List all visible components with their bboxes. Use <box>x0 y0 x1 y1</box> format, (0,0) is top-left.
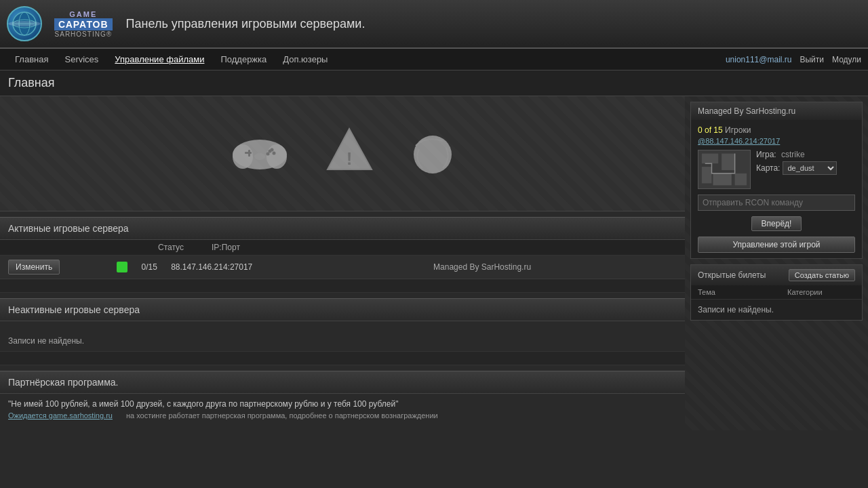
inactive-servers-section: Неактивные игровые сервера Записи не най… <box>0 298 685 365</box>
warning-helmet-icon: ! <box>324 125 375 182</box>
map-label: Карта: <box>756 163 780 173</box>
tickets-columns: Тема Категории <box>691 285 862 300</box>
logo-globe <box>7 6 42 41</box>
partner-link[interactable]: Ожидается game.sarhosting.ru <box>8 411 113 420</box>
page-title: Главная <box>8 76 860 90</box>
map-row: Карта: de_dust de_dust2 cs_assault de_in… <box>756 161 837 175</box>
svg-point-12 <box>270 148 273 151</box>
player-count: 0/15 <box>136 262 163 272</box>
partner-section: Партнёрская программа. "Не имей 100 рубл… <box>0 371 685 425</box>
svg-rect-8 <box>245 152 252 154</box>
svg-point-13 <box>254 153 265 160</box>
logo-game-label: GAME <box>69 10 97 18</box>
game-info: Игра: cstrike Карта: de_dust de_dust2 cs… <box>756 150 837 175</box>
sidebar: Managed By SarHosting.ru 0 of 15 Игроки … <box>685 96 868 430</box>
tickets-heading: Открытые билеты <box>698 270 766 280</box>
svg-point-16 <box>414 136 452 174</box>
players-count: 0 of 15 <box>698 125 723 135</box>
partner-desc: на хостинге работает партнерская програм… <box>126 411 677 420</box>
logo-city-label: САРАТОВ <box>54 18 113 30</box>
rcon-input[interactable] <box>698 195 855 211</box>
game-value: cstrike <box>781 150 805 159</box>
active-servers-heading: Активные игровые сервера <box>0 217 685 240</box>
nav-item-support[interactable]: Поддержка <box>212 50 275 68</box>
nav-right: union111@mail.ru Выйти Модули <box>726 55 861 64</box>
inactive-spacer-top <box>0 321 685 331</box>
gamepad-icon <box>229 131 290 177</box>
status-indicator <box>117 262 127 272</box>
nav-item-services[interactable]: Services <box>56 50 106 68</box>
tickets-card: Открытые билеты Создать статью Тема Кате… <box>690 264 863 321</box>
svg-rect-20 <box>702 167 712 183</box>
partner-quote: "Не имей 100 рублей, а имей 100 друзей, … <box>8 399 677 409</box>
nav-user-email[interactable]: union111@mail.ru <box>726 55 792 64</box>
nav-item-home[interactable]: Главная <box>7 50 56 68</box>
nav-modules[interactable]: Модули <box>832 55 861 64</box>
manage-game-button[interactable]: Управление этой игрой <box>698 237 855 253</box>
svg-text:!: ! <box>346 148 352 169</box>
svg-point-6 <box>267 144 287 169</box>
partner-body: "Не имей 100 рублей, а имей 100 друзей, … <box>0 394 685 425</box>
header-title: Панель управления игровыми серверами. <box>126 17 366 31</box>
create-ticket-button[interactable]: Создать статью <box>789 269 855 281</box>
main-content: ! Активные игровые сервера Статус IP:Пор… <box>0 96 685 430</box>
banner: ! <box>0 96 685 211</box>
inactive-spacer <box>0 352 685 365</box>
active-servers-columns: Статус IP:Порт <box>0 240 685 256</box>
partner-heading: Партнёрская программа. <box>0 371 685 394</box>
map-select[interactable]: de_dust de_dust2 cs_assault de_inferno <box>783 161 837 175</box>
col-ip-label: IP:Порт <box>212 243 334 252</box>
players-suffix: Игроки <box>725 125 751 135</box>
inactive-servers-heading: Неактивные игровые сервера <box>0 298 685 321</box>
inactive-empty: Записи не найдены. <box>0 331 685 352</box>
server-sidebar-card: Managed By SarHosting.ru 0 of 15 Игроки … <box>690 102 863 259</box>
players-display: 0 of 15 Игроки <box>698 125 855 135</box>
ball-icon <box>409 129 456 178</box>
logo-area <box>7 6 42 41</box>
main-layout: ! Активные игровые сервера Статус IP:Пор… <box>0 96 868 430</box>
logo-hosting-label: SARHOSTING® <box>55 30 113 38</box>
col-spacer <box>8 243 130 252</box>
svg-point-10 <box>272 151 275 155</box>
col-status-label: Статус <box>130 243 212 252</box>
svg-rect-18 <box>702 154 718 164</box>
col-category: Категории <box>787 288 855 296</box>
header: GAME САРАТОВ SARHOSTING® Панель управлен… <box>0 0 868 49</box>
game-label: Игра: <box>756 150 776 159</box>
sidebar-server-title: Managed By SarHosting.ru <box>691 102 862 120</box>
svg-point-11 <box>266 152 269 155</box>
logo-text: GAME САРАТОВ SARHOSTING® <box>54 10 113 38</box>
map-preview <box>698 150 751 189</box>
sidebar-server-body: 0 of 15 Игроки @88.147.146.214:27017 <box>691 120 862 258</box>
page-title-bar: Главная <box>0 70 868 96</box>
server-ip-sidebar: @88.147.146.214:27017 <box>698 136 855 146</box>
active-servers-section: Активные игровые сервера Статус IP:Порт … <box>0 217 685 293</box>
svg-point-5 <box>233 144 253 169</box>
col-theme: Тема <box>698 288 787 296</box>
svg-rect-19 <box>722 154 734 170</box>
server-ip-link[interactable]: @88.147.146.214:27017 <box>698 137 780 145</box>
svg-rect-22 <box>713 174 731 186</box>
active-spacer <box>0 279 685 293</box>
svg-point-0 <box>13 12 36 35</box>
tickets-header-row: Открытые билеты Создать статью <box>691 265 862 285</box>
rcon-submit-button[interactable]: Вперёд! <box>751 216 802 231</box>
server-info-row: Игра: cstrike Карта: de_dust de_dust2 cs… <box>698 150 855 189</box>
navbar: Главная Services Управление файлами Подд… <box>0 49 868 70</box>
server-ip: 88.147.146.214:27017 <box>171 262 279 272</box>
nav-item-filemanager[interactable]: Управление файлами <box>106 50 212 68</box>
nav-item-users[interactable]: Доп.юзеры <box>275 50 336 68</box>
managed-by: Managed By SarHosting.ru <box>288 262 677 272</box>
nav-logout[interactable]: Выйти <box>800 55 824 64</box>
server-row: Изменить 0/15 88.147.146.214:27017 Manag… <box>0 256 685 279</box>
tickets-empty: Записи не найдены. <box>691 300 862 320</box>
change-server-button[interactable]: Изменить <box>8 260 60 274</box>
svg-rect-21 <box>735 174 747 186</box>
